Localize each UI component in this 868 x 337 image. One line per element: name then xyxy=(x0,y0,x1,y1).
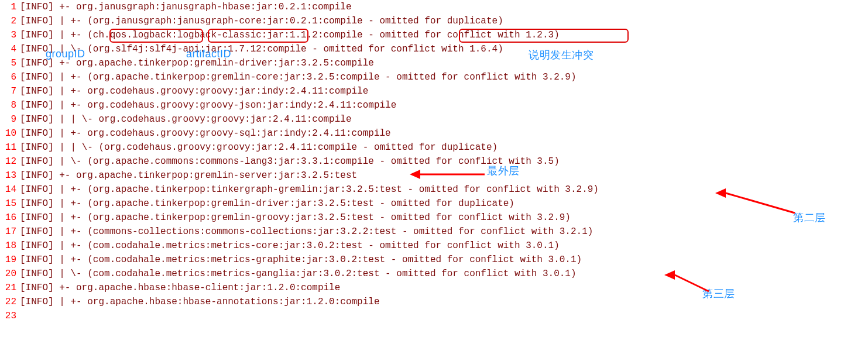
line-number: 5 xyxy=(0,56,20,70)
line-content: [INFO] +- org.janusgraph:janusgraph-hbas… xyxy=(20,0,868,14)
line-content: [INFO] | +- (ch.qos.logback:logback-clas… xyxy=(20,28,868,42)
line-content: [INFO] | +- (org.janusgraph:janusgraph-c… xyxy=(20,14,868,28)
line-content: [INFO] +- org.apache.tinkerpop:gremlin-d… xyxy=(20,56,868,70)
code-line: 10[INFO] | +- org.codehaus.groovy:groovy… xyxy=(0,126,868,140)
line-content: [INFO] | +- (org.apache.tinkerpop:tinker… xyxy=(20,183,868,197)
code-line: 1[INFO] +- org.janusgraph:janusgraph-hba… xyxy=(0,0,868,14)
code-line: 7[INFO] | +- org.codehaus.groovy:groovy:… xyxy=(0,84,868,98)
code-line: 4[INFO] | \- (org.slf4j:slf4j-api:jar:1.… xyxy=(0,42,868,56)
code-line: 11[INFO] | | \- (org.codehaus.groovy:gro… xyxy=(0,140,868,154)
line-number: 20 xyxy=(0,267,20,281)
line-number: 7 xyxy=(0,84,20,98)
line-number: 3 xyxy=(0,28,20,42)
line-number: 19 xyxy=(0,253,20,267)
line-content: [INFO] +- org.apache.hbase:hbase-client:… xyxy=(20,281,868,295)
line-content: [INFO] | +- org.codehaus.groovy:groovy-j… xyxy=(20,98,868,112)
line-content: [INFO] | +- (commons-collections:commons… xyxy=(20,225,868,239)
line-number: 14 xyxy=(0,183,20,197)
code-line: 6[INFO] | +- (org.apache.tinkerpop:greml… xyxy=(0,70,868,84)
line-number: 1 xyxy=(0,0,20,14)
line-content: [INFO] | +- (org.apache.tinkerpop:gremli… xyxy=(20,197,868,211)
line-number: 2 xyxy=(0,14,20,28)
code-line: 12[INFO] | \- (org.apache.commons:common… xyxy=(0,154,868,168)
line-number: 13 xyxy=(0,168,20,183)
code-line: 17[INFO] | +- (commons-collections:commo… xyxy=(0,225,868,239)
code-line: 3[INFO] | +- (ch.qos.logback:logback-cla… xyxy=(0,28,868,42)
code-line: 13[INFO] +- org.apache.tinkerpop:gremlin… xyxy=(0,168,868,183)
code-line: 21[INFO] +- org.apache.hbase:hbase-clien… xyxy=(0,281,868,295)
line-number: 12 xyxy=(0,154,20,168)
code-line: 14[INFO] | +- (org.apache.tinkerpop:tink… xyxy=(0,183,868,197)
line-number: 6 xyxy=(0,70,20,84)
line-content: [INFO] | +- org.codehaus.groovy:groovy-s… xyxy=(20,126,868,140)
line-content: [INFO] | +- (com.codahale.metrics:metric… xyxy=(20,239,868,253)
line-content: [INFO] | +- (com.codahale.metrics:metric… xyxy=(20,253,868,267)
code-line: 16[INFO] | +- (org.apache.tinkerpop:grem… xyxy=(0,211,868,225)
line-number: 8 xyxy=(0,98,20,112)
code-line: 23 xyxy=(0,309,868,323)
line-number: 9 xyxy=(0,112,20,126)
line-number: 17 xyxy=(0,225,20,239)
code-line: 18[INFO] | +- (com.codahale.metrics:metr… xyxy=(0,239,868,253)
code-line: 20[INFO] | \- (com.codahale.metrics:metr… xyxy=(0,267,868,281)
line-number: 15 xyxy=(0,197,20,211)
line-number: 21 xyxy=(0,281,20,295)
line-content: [INFO] | +- org.codehaus.groovy:groovy:j… xyxy=(20,84,868,98)
maven-dependency-tree: 1[INFO] +- org.janusgraph:janusgraph-hba… xyxy=(0,0,868,323)
line-content: [INFO] | +- org.apache.hbase:hbase-annot… xyxy=(20,295,868,309)
code-line: 15[INFO] | +- (org.apache.tinkerpop:grem… xyxy=(0,197,868,211)
line-number: 16 xyxy=(0,211,20,225)
line-number: 18 xyxy=(0,239,20,253)
line-content: [INFO] | +- (org.apache.tinkerpop:gremli… xyxy=(20,211,868,225)
line-number: 4 xyxy=(0,42,20,56)
line-content: [INFO] +- org.apache.tinkerpop:gremlin-s… xyxy=(20,168,868,183)
line-content: [INFO] | \- (com.codahale.metrics:metric… xyxy=(20,267,868,281)
line-content: [INFO] | +- (org.apache.tinkerpop:gremli… xyxy=(20,70,868,84)
line-number: 11 xyxy=(0,140,20,154)
line-content: [INFO] | \- (org.apache.commons:commons-… xyxy=(20,154,868,168)
line-content: [INFO] | | \- org.codehaus.groovy:groovy… xyxy=(20,112,868,126)
code-line: 2[INFO] | +- (org.janusgraph:janusgraph-… xyxy=(0,14,868,28)
line-number: 22 xyxy=(0,295,20,309)
code-line: 8[INFO] | +- org.codehaus.groovy:groovy-… xyxy=(0,98,868,112)
line-number: 10 xyxy=(0,126,20,140)
line-content: [INFO] | \- (org.slf4j:slf4j-api:jar:1.7… xyxy=(20,42,868,56)
line-number: 23 xyxy=(0,309,20,323)
code-line: 9[INFO] | | \- org.codehaus.groovy:groov… xyxy=(0,112,868,126)
line-content: [INFO] | | \- (org.codehaus.groovy:groov… xyxy=(20,140,868,154)
code-line: 19[INFO] | +- (com.codahale.metrics:metr… xyxy=(0,253,868,267)
code-line: 22[INFO] | +- org.apache.hbase:hbase-ann… xyxy=(0,295,868,309)
code-line: 5[INFO] +- org.apache.tinkerpop:gremlin-… xyxy=(0,56,868,70)
